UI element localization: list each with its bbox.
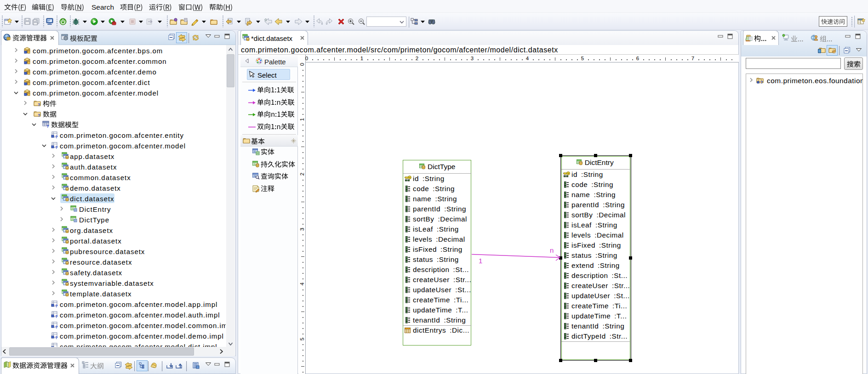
svg-text:?: ?: [55, 335, 58, 339]
svg-text:?: ?: [55, 304, 58, 307]
svg-text:?: ?: [55, 145, 58, 149]
svg-text:?: ?: [38, 102, 40, 107]
svg-text:?: ?: [55, 325, 58, 329]
svg-text:?: ?: [760, 80, 763, 84]
svg-text:?: ?: [46, 124, 49, 128]
svg-text:?: ?: [55, 135, 58, 138]
svg-text:?: ?: [55, 314, 58, 318]
svg-text:?: ?: [38, 113, 40, 117]
